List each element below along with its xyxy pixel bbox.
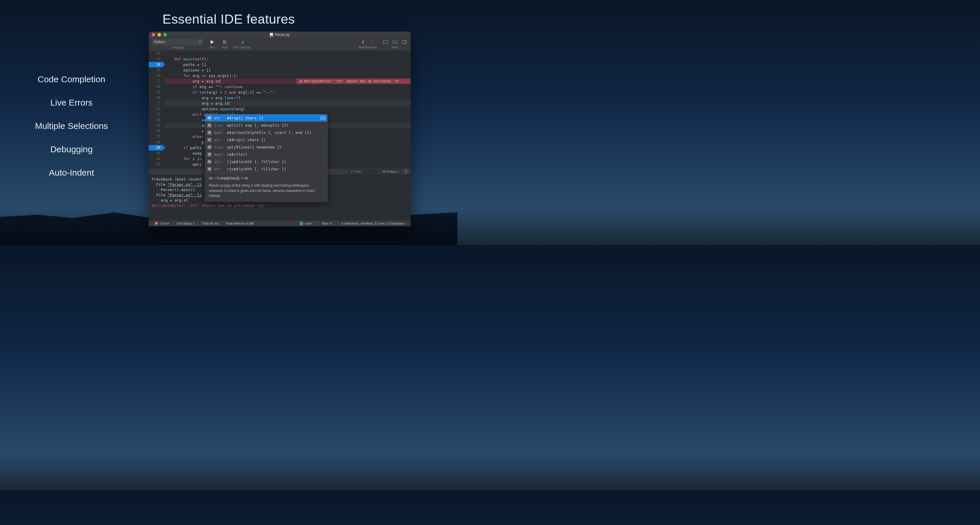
filter-icon (350, 170, 353, 173)
toolbar-right: Back/Forward View (359, 39, 408, 49)
feature-item: Code Completion (0, 75, 143, 84)
console-error-line: AttributeError: 'str' object has no attr… (152, 203, 408, 208)
svg-rect-4 (402, 41, 407, 44)
view-label: View (392, 46, 398, 49)
function-icon: f (299, 222, 303, 226)
completion-type: str (214, 167, 224, 171)
maximize-button[interactable] (163, 33, 167, 37)
completion-type: bool (214, 152, 224, 157)
output-select[interactable]: All Output (381, 169, 401, 174)
status-function[interactable]: f main (297, 222, 318, 226)
method-badge-icon: M (207, 116, 212, 121)
slide-title: Essential IDE features (0, 12, 457, 27)
completion-type: str (214, 159, 224, 164)
language-group: Python Language (152, 39, 204, 49)
svg-rect-2 (393, 41, 397, 44)
method-badge-icon: M (207, 167, 212, 172)
run-button[interactable] (209, 39, 216, 45)
completion-signature: strip([ chars ]) (227, 116, 263, 120)
view-single-button[interactable] (382, 39, 389, 45)
run-settings-label: Run Settings... (233, 46, 253, 49)
completion-item[interactable]: Mstrljust(width [, fillchar ]) (205, 158, 327, 165)
error-icon: ✕ (299, 80, 302, 83)
svg-rect-0 (223, 40, 226, 44)
status-selections: 3 Selections, Identical, 3 Lines, 0 Char… (338, 222, 408, 225)
feature-item: Multiple Selections (0, 121, 143, 131)
filter-input[interactable]: Filter (348, 169, 378, 174)
back-forward-label: Back/Forward (359, 46, 377, 49)
chevron-updown-icon (313, 222, 315, 225)
completion-item[interactable]: Mlistsplit([ sep [, maxsplit ]]) (205, 122, 327, 129)
function-name: main (305, 222, 312, 225)
completion-popup[interactable]: Mstrstrip([ chars ])Mlistsplit([ sep [, … (205, 114, 328, 202)
minimize-button[interactable] (158, 33, 161, 37)
feature-item: Debugging (0, 145, 143, 154)
status-time: Time 42 ms (199, 222, 221, 225)
stop-label: Stop (222, 46, 228, 49)
completion-item[interactable]: Mboolistitle() (205, 151, 327, 158)
run-label: Run (210, 46, 215, 49)
stop-group: Stop (221, 39, 228, 49)
inline-error-badge[interactable]: ✕ AttributeError: 'str' object has no at… (297, 78, 410, 84)
chevron-updown-icon (398, 170, 399, 173)
completion-item[interactable]: Mlistsplitlines([ keepends ]) (205, 143, 327, 151)
status-exit: Exit Status 1 (174, 222, 198, 225)
output-select-value: All Output (382, 170, 396, 173)
tabs-value: Tabs: 4 (321, 222, 332, 225)
completion-doc: str – S.strip([chars]) -> str Return a c… (205, 173, 327, 202)
status-tabs[interactable]: Tabs: 4 (318, 222, 338, 225)
completion-signature: split([ sep [, maxsplit ]]) (227, 123, 288, 127)
chevron-updown-icon (199, 40, 201, 44)
back-button[interactable] (360, 39, 367, 45)
file-icon (270, 33, 273, 37)
completion-type: str (214, 138, 224, 142)
view-split-button[interactable] (391, 39, 398, 45)
completion-type: bool (214, 130, 224, 135)
method-badge-icon: M (207, 130, 212, 135)
feature-item: Auto-Indent (0, 168, 143, 178)
nav-group: Back/Forward (359, 39, 377, 49)
status-errors[interactable]: ✕ 1 Error (152, 222, 172, 225)
titlebar[interactable]: Parser.py (149, 32, 410, 38)
language-label: Language (171, 46, 185, 49)
completion-item[interactable]: Mboolstartswith(prefix [, start [, end ]… (205, 129, 327, 136)
traffic-lights (152, 33, 167, 37)
run-settings-button[interactable] (239, 39, 247, 45)
features-list: Code Completion Live Errors Multiple Sel… (0, 75, 143, 191)
toolbar: Python Language Run Stop Run Settings... (149, 38, 410, 51)
line-gutter[interactable]: 12131415 16171819 20212223 24252627 2829… (149, 51, 163, 169)
language-select[interactable]: Python (152, 39, 204, 45)
feature-item: Live Errors (0, 98, 143, 108)
filter-placeholder: Filter (355, 170, 361, 173)
doc-icon (320, 116, 326, 120)
completion-item[interactable]: Mstrlstrip([ chars ]) (205, 136, 327, 143)
stop-button[interactable] (221, 39, 228, 45)
completion-signature: splitlines([ keepends ]) (227, 145, 282, 150)
method-badge-icon: M (207, 152, 212, 157)
method-badge-icon: M (207, 138, 212, 142)
error-icon: ✕ (154, 222, 158, 225)
svg-rect-1 (383, 41, 388, 44)
completion-item[interactable]: Mstrstrip([ chars ]) (205, 115, 327, 122)
completion-type: str (214, 116, 224, 120)
clear-output-button[interactable] (404, 169, 408, 173)
method-badge-icon: M (207, 123, 212, 128)
method-badge-icon: M (207, 145, 212, 150)
forward-button[interactable] (369, 39, 376, 45)
ide-window: Parser.py Python Language Run Stop (149, 32, 410, 226)
completion-signature: ljust(width [, fillchar ]) (227, 159, 286, 164)
completion-type: list (214, 123, 224, 127)
filename: Parser.py (275, 33, 290, 37)
completion-signature: lstrip([ chars ]) (227, 138, 266, 142)
doc-body: Return a copy of the string S with leadi… (209, 183, 324, 198)
view-panel-button[interactable] (401, 39, 408, 45)
completion-signature: istitle() (227, 152, 247, 157)
chevron-updown-icon (333, 222, 335, 225)
close-button[interactable] (152, 33, 155, 37)
language-value: Python (154, 40, 165, 44)
error-count: 1 Error (159, 222, 169, 225)
completion-item[interactable]: Mstrrjust(width [, fillchar ]) (205, 165, 327, 173)
run-settings-group: Run Settings... (233, 39, 253, 49)
statusbar: ✕ 1 Error Exit Status 1 Time 42 ms Peak … (149, 221, 410, 226)
window-title: Parser.py (270, 33, 290, 37)
